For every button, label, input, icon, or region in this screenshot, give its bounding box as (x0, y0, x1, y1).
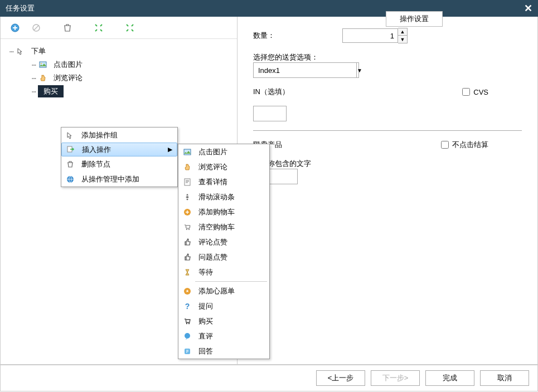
trash-icon (64, 159, 77, 170)
sub-like-question[interactable]: 问题点赞 (178, 249, 269, 264)
sub-direct-review[interactable]: 直评 (178, 329, 269, 344)
svg-point-15 (185, 333, 190, 339)
svg-rect-7 (184, 149, 191, 155)
sub-wait[interactable]: 等待 (178, 264, 269, 280)
spinner-up-icon[interactable]: ▲ (398, 28, 407, 36)
hand-icon (38, 73, 48, 83)
expand-icon (94, 23, 103, 32)
sub-like-review[interactable]: 评论点赞 (178, 234, 269, 249)
insert-submenu: 点击图片 浏览评论 查看详情 滑动滚动条 添加购物车 清空购物车 评论点赞 问题… (178, 144, 270, 359)
chat-icon (181, 331, 194, 342)
add-button[interactable] (6, 19, 24, 37)
scroll-icon (181, 192, 194, 203)
disable-button[interactable] (27, 19, 45, 37)
collapse-button[interactable] (121, 19, 139, 37)
hand-icon (181, 161, 194, 173)
sub-add-cart[interactable]: 添加购物车 (178, 204, 269, 219)
asin-input[interactable] (253, 106, 287, 121)
title-bar: 任务设置 ✕ (0, 0, 538, 17)
sub-browse-reviews[interactable]: 浏览评论 (178, 159, 269, 174)
svg-point-10 (186, 229, 187, 230)
image-icon (38, 60, 48, 70)
cursor-icon (64, 130, 77, 141)
answer-icon (181, 346, 194, 357)
svg-rect-8 (185, 179, 190, 185)
spinner-down-icon[interactable]: ▼ (398, 36, 407, 43)
expand-button[interactable] (90, 19, 108, 37)
next-button[interactable]: 下一步> (371, 370, 420, 386)
sub-view-details[interactable]: 查看详情 (178, 174, 269, 189)
image-icon (181, 146, 194, 158)
asin-label: IN（选填） (253, 87, 289, 97)
plus-circle-icon (11, 23, 20, 32)
wishlist-icon (181, 286, 194, 297)
sub-ask[interactable]: ?提问 (178, 298, 269, 313)
ctx-insert-operation[interactable]: 插入操作 ▶ (61, 143, 177, 156)
svg-rect-3 (40, 62, 46, 67)
no-checkout-checkbox[interactable]: 不点击结算 (441, 140, 488, 150)
forbidden-icon (32, 23, 41, 32)
op-settings-title: 操作设置 (386, 11, 443, 27)
qty-input[interactable] (342, 28, 398, 43)
svg-point-11 (188, 229, 190, 230)
window-title: 任务设置 (6, 3, 35, 13)
tree-item-browse-reviews[interactable]: ⋯ 浏览评论 (32, 71, 232, 85)
chevron-right-icon: ▶ (168, 146, 172, 153)
sub-answer[interactable]: 回答 (178, 344, 269, 359)
cancel-button[interactable]: 取消 (480, 370, 529, 386)
menu-separator (195, 281, 267, 282)
ctx-delete-node[interactable]: 删除节点 (61, 156, 177, 171)
cursor-icon (16, 46, 26, 56)
qty-label: 数量： (253, 31, 342, 41)
cvs-checkbox[interactable]: CVS (462, 88, 488, 96)
svg-point-14 (188, 322, 190, 324)
trash-icon (63, 23, 72, 32)
toolbar (1, 17, 237, 39)
cart-icon (181, 222, 194, 233)
shipping-value[interactable] (254, 63, 356, 77)
thumb-icon (181, 237, 194, 248)
sub-scroll[interactable]: 滑动滚动条 (178, 189, 269, 204)
close-button[interactable]: ✕ (524, 2, 532, 14)
svg-point-4 (41, 63, 42, 64)
tree-item-click-image[interactable]: ⋯ 点击图片 (32, 58, 232, 71)
collapse-icon (125, 23, 134, 32)
question-icon: ? (181, 301, 194, 312)
tree-item-buy[interactable]: ⋯ 购买 (32, 85, 232, 98)
insert-icon (64, 144, 77, 155)
shipping-label: 选择您的送货选项： (253, 52, 522, 62)
ctx-add-from-manager[interactable]: 从操作管理中添加 (61, 171, 177, 187)
ctx-add-group[interactable]: 添加操作组 (61, 128, 177, 143)
task-tree: ⋯ 下单 ⋯ 点击图片 ⋯ 浏览评论 ⋯ (1, 39, 237, 364)
sub-clear-cart[interactable]: 清空购物车 (178, 219, 269, 234)
svg-line-2 (34, 26, 38, 30)
cart-icon (181, 316, 194, 327)
right-panel: 操作设置 数量： ▲ ▼ 选择您的送货选项： ▼ IN（选填） CVS (238, 17, 537, 364)
sub-click-image[interactable]: 点击图片 (178, 144, 269, 159)
globe-icon (64, 174, 77, 185)
qty-spinner[interactable]: ▲ ▼ (398, 28, 408, 43)
cart-add-icon (181, 207, 194, 218)
main-content: ⋯ 下单 ⋯ 点击图片 ⋯ 浏览评论 ⋯ (0, 17, 538, 365)
thumb-icon (181, 252, 194, 263)
hourglass-icon (181, 267, 194, 278)
seller-name-label: 家名称包含的文字 (253, 159, 522, 169)
context-menu: 添加操作组 插入操作 ▶ 删除节点 从操作管理中添加 (61, 127, 178, 187)
doc-icon (181, 177, 194, 188)
footer: <上一步 下一步> 完成 取消 (0, 365, 538, 391)
shipping-select[interactable]: ▼ (253, 62, 359, 78)
svg-point-13 (186, 322, 187, 324)
left-panel: ⋯ 下单 ⋯ 点击图片 ⋯ 浏览评论 ⋯ (1, 17, 238, 364)
prev-button[interactable]: <上一步 (316, 370, 365, 386)
separator (253, 130, 522, 131)
chevron-down-icon[interactable]: ▼ (356, 63, 362, 77)
sub-buy[interactable]: 购买 (178, 313, 269, 329)
delete-button[interactable] (59, 19, 76, 37)
sub-add-wishlist[interactable]: 添加心愿单 (178, 283, 269, 298)
tree-root[interactable]: ⋯ 下单 (9, 45, 232, 58)
finish-button[interactable]: 完成 (425, 370, 474, 386)
